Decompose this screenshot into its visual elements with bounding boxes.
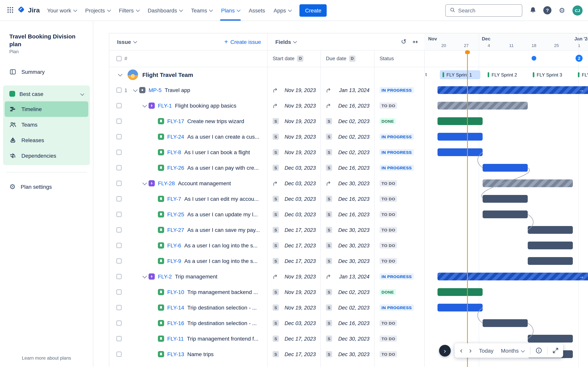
due-date-cell[interactable]: SDec 30, 2023 <box>320 253 374 269</box>
search-box[interactable] <box>445 4 522 17</box>
row-checkbox[interactable] <box>116 196 122 201</box>
start-date-column-header[interactable]: Start date D <box>267 50 320 67</box>
issue-key-link[interactable]: FLY-16 <box>167 320 184 326</box>
start-date-cell[interactable]: SDec 17, 2023 <box>267 238 320 253</box>
fields-dropdown[interactable]: Fields <box>275 39 296 45</box>
collapse-chevron-icon[interactable] <box>143 274 147 278</box>
issue-key-link[interactable]: FLY-7 <box>167 196 181 202</box>
select-all-checkbox[interactable] <box>116 56 122 61</box>
status-cell[interactable]: IN PROGRESS <box>374 144 424 160</box>
gantt-bar-fly-10[interactable] <box>438 288 483 296</box>
row-checkbox[interactable] <box>116 289 122 295</box>
status-cell[interactable]: IN PROGRESS <box>374 82 424 98</box>
due-date-cell[interactable]: SDec 02, 2023 <box>320 300 374 315</box>
notifications-bell-icon[interactable] <box>528 6 537 15</box>
status-cell[interactable]: TO DO <box>374 207 424 222</box>
release-milestone-dot[interactable] <box>532 56 536 61</box>
row-checkbox[interactable] <box>116 181 122 186</box>
gantt-bar-fly-2[interactable] <box>438 273 588 280</box>
due-date-cell[interactable]: SDec 02, 2023 <box>320 144 374 160</box>
start-date-cell[interactable]: SDec 03, 2023 <box>267 207 320 222</box>
range-dropdown[interactable]: Months <box>500 347 525 354</box>
row-checkbox[interactable] <box>116 305 122 310</box>
status-cell[interactable]: IN PROGRESS <box>374 300 424 315</box>
revert-history-icon[interactable]: ↺ <box>401 38 406 45</box>
due-date-cell[interactable]: Dec 30, 2023 <box>320 175 374 191</box>
issue-row-mp-5[interactable]: 1MP-5Travel appNov 19, 2023Jan 13, 2024I… <box>109 82 424 98</box>
gantt-bar-fly-25[interactable] <box>483 210 528 218</box>
issue-row-fly-27[interactable]: FLY-27As a user I can save my pay...SDec… <box>109 222 424 238</box>
issue-key-link[interactable]: FLY-6 <box>167 242 181 249</box>
issue-row-fly-1[interactable]: FLY-1Flight booking app basicsNov 19, 20… <box>109 98 424 113</box>
app-switcher-button[interactable] <box>4 4 16 17</box>
due-date-cell[interactable]: SDec 16, 2023 <box>320 315 374 331</box>
issue-key-link[interactable]: FLY-13 <box>167 351 184 357</box>
gantt-bar-fly-9[interactable] <box>528 257 573 265</box>
start-date-cell[interactable]: Dec 03, 2023 <box>267 175 320 191</box>
row-checkbox[interactable] <box>116 227 122 233</box>
due-date-column-header[interactable]: Due date D <box>320 50 374 67</box>
start-date-cell[interactable]: Nov 19, 2023 <box>267 98 320 113</box>
sprint-chip-fly-sprint-3[interactable]: FLY Sprint 3 <box>530 70 571 79</box>
nav-item-your-work[interactable]: Your work <box>43 0 81 21</box>
sidebar-item-releases[interactable]: Releases <box>5 133 88 148</box>
row-checkbox[interactable] <box>116 258 122 264</box>
issue-key-link[interactable]: MP-5 <box>148 87 162 93</box>
gantt-bar-fly-14[interactable] <box>438 304 483 311</box>
create-button[interactable]: Create <box>300 4 327 17</box>
row-checkbox[interactable] <box>116 103 122 108</box>
status-cell[interactable]: TO DO <box>374 315 424 331</box>
start-date-cell[interactable]: SDec 17, 2023 <box>267 222 320 238</box>
status-cell[interactable]: IN PROGRESS <box>374 269 424 284</box>
start-date-cell[interactable]: SDec 03, 2023 <box>267 160 320 175</box>
start-date-cell[interactable]: SNov 19, 2023 <box>267 129 320 144</box>
issue-row-fly-25[interactable]: FLY-25As a user I can update my l...SDec… <box>109 207 424 222</box>
status-cell[interactable]: IN PROGRESS <box>374 129 424 144</box>
issue-key-link[interactable]: FLY-17 <box>167 118 184 124</box>
issue-row-fly-10[interactable]: FLY-10Trip management backend ...SNov 19… <box>109 284 424 300</box>
row-checkbox[interactable] <box>116 118 122 124</box>
issue-type-dropdown[interactable]: Issue <box>117 39 137 45</box>
issue-row-fly-14[interactable]: FLY-14Trip destination selection - ...SN… <box>109 300 424 315</box>
settings-gear-icon[interactable]: ⚙ <box>557 6 567 15</box>
gantt-bar-fly-7[interactable] <box>483 195 528 203</box>
status-cell[interactable]: TO DO <box>374 346 424 362</box>
create-issue-button[interactable]: + Create issue <box>224 39 261 45</box>
issue-key-link[interactable]: FLY-27 <box>167 227 184 233</box>
status-cell[interactable]: TO DO <box>374 238 424 253</box>
due-date-cell[interactable]: SDec 02, 2023 <box>320 284 374 300</box>
nav-item-plans[interactable]: Plans <box>217 0 244 21</box>
issue-row-fly-11[interactable]: FLY-11Trip management frontend f...SDec … <box>109 331 424 346</box>
status-cell[interactable]: TO DO <box>374 98 424 113</box>
status-cell[interactable]: TO DO <box>374 175 424 191</box>
row-checkbox[interactable] <box>116 165 122 170</box>
nav-item-apps[interactable]: Apps <box>269 0 296 21</box>
due-date-cell[interactable]: SDec 30, 2023 <box>320 346 374 362</box>
gantt-bar-fly-16[interactable] <box>483 319 528 327</box>
row-checkbox[interactable] <box>116 320 122 326</box>
gantt-bar-mp-5[interactable] <box>438 86 588 94</box>
nav-item-filters[interactable]: Filters <box>114 0 143 21</box>
due-date-cell[interactable]: Dec 16, 2023 <box>320 98 374 113</box>
issue-row-fly-17[interactable]: FLY-17Create new trips wizardSNov 19, 20… <box>109 113 424 129</box>
sidebar-item-dependencies[interactable]: Dependencies <box>5 148 88 164</box>
status-cell[interactable]: DONE <box>374 113 424 129</box>
nav-item-projects[interactable]: Projects <box>81 0 114 21</box>
learn-more-link[interactable]: Learn more about plans <box>0 355 93 361</box>
row-checkbox[interactable] <box>116 134 122 139</box>
row-checkbox[interactable] <box>116 150 122 155</box>
start-date-cell[interactable]: Nov 19, 2023 <box>267 269 320 284</box>
scroll-right-button[interactable]: › <box>439 345 451 357</box>
collapse-chevron-icon[interactable] <box>143 103 147 107</box>
user-avatar[interactable]: CJ <box>572 5 583 15</box>
status-cell[interactable]: TO DO <box>374 222 424 238</box>
release-milestone-count-badge[interactable]: 2 <box>576 55 583 62</box>
scenario-picker[interactable]: Best case <box>5 86 88 101</box>
start-date-cell[interactable]: SDec 03, 2023 <box>267 315 320 331</box>
today-button[interactable]: Today <box>477 347 495 354</box>
nav-item-assets[interactable]: Assets <box>244 0 269 21</box>
gantt-bar-fly-27[interactable] <box>528 226 573 234</box>
due-date-cell[interactable]: SDec 02, 2023 <box>320 129 374 144</box>
gantt-bar-fly-8[interactable] <box>438 148 483 156</box>
due-date-cell[interactable]: SDec 30, 2023 <box>320 222 374 238</box>
